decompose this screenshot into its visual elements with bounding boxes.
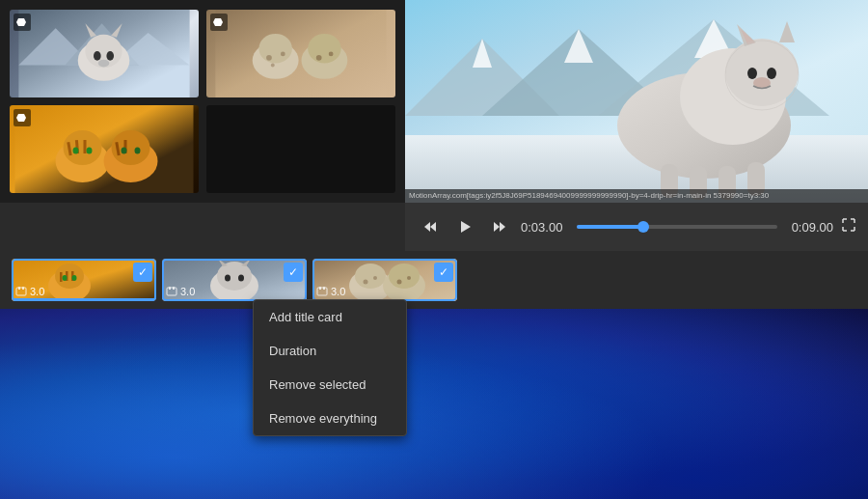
svg-point-10	[98, 60, 109, 68]
current-time: 0:03.00	[521, 220, 569, 235]
timeline-strip: ✓ 3.0	[0, 251, 868, 309]
clip-3-check: ✓	[434, 263, 453, 282]
svg-rect-12	[215, 10, 386, 97]
clip-3-label: 3.0	[316, 286, 345, 297]
svg-point-36	[135, 148, 141, 154]
rewind-button[interactable]	[417, 213, 444, 240]
svg-marker-64	[500, 222, 505, 232]
clip-1-underline	[12, 298, 156, 301]
clip-2-check: ✓	[284, 263, 303, 282]
svg-rect-97	[323, 287, 325, 290]
thumb-tiger-icon	[14, 109, 31, 126]
svg-point-18	[281, 52, 285, 57]
svg-point-8	[94, 51, 101, 61]
total-time: 0:09.00	[785, 220, 833, 235]
svg-point-16	[308, 34, 340, 64]
svg-rect-84	[169, 287, 171, 290]
svg-point-33	[73, 148, 79, 154]
svg-point-17	[266, 55, 272, 61]
thumb-leopard-icon	[210, 14, 228, 31]
video-panel: MotionArray.com[tags:iy2f5J8J69P51894694…	[405, 0, 868, 203]
timeline-clip-1[interactable]: ✓ 3.0	[12, 259, 156, 301]
svg-marker-63	[494, 222, 500, 232]
step-forward-button[interactable]	[486, 213, 513, 240]
clip-1-check: ✓	[133, 263, 152, 282]
fullscreen-button[interactable]	[841, 217, 856, 236]
svg-marker-11	[16, 18, 26, 26]
svg-rect-83	[167, 288, 176, 295]
clip-2-label: 3.0	[166, 286, 195, 297]
svg-marker-37	[16, 114, 26, 122]
media-panel	[0, 0, 405, 203]
context-menu-remove-everything[interactable]: Remove everything	[254, 402, 406, 435]
app-container: MotionArray.com[tags:iy2f5J8J69P51894694…	[0, 0, 868, 309]
svg-marker-61	[430, 222, 436, 232]
svg-rect-74	[18, 287, 20, 290]
svg-rect-30	[84, 140, 87, 153]
svg-point-53	[767, 68, 776, 79]
clip-1-label: 3.0	[15, 286, 44, 297]
video-preview: MotionArray.com[tags:iy2f5J8J69P51894694…	[405, 0, 868, 203]
svg-rect-73	[16, 288, 26, 295]
svg-point-9	[106, 51, 114, 61]
play-button[interactable]	[451, 213, 478, 240]
thumb-wolf-icon	[14, 14, 31, 31]
svg-point-20	[316, 55, 322, 61]
svg-marker-62	[461, 221, 471, 233]
svg-rect-96	[319, 287, 321, 290]
transport-bar: 0:03.00 0:09.00	[405, 203, 868, 251]
progress-thumb[interactable]	[637, 221, 649, 233]
svg-point-21	[329, 52, 334, 57]
svg-point-52	[747, 68, 757, 79]
thumbnail-wolf[interactable]	[10, 10, 199, 97]
video-caption: MotionArray.com[tags:iy2f5J8J69P51894694…	[405, 189, 868, 203]
timeline-clip-3[interactable]: ✓ 3.0	[312, 259, 457, 301]
progress-fill	[577, 225, 643, 229]
svg-marker-22	[213, 18, 223, 26]
svg-marker-60	[424, 222, 430, 232]
svg-rect-85	[173, 287, 175, 290]
wallpaper-swirl	[0, 287, 868, 499]
svg-point-48	[725, 39, 799, 106]
context-menu-remove-selected[interactable]: Remove selected	[254, 368, 406, 402]
svg-point-34	[87, 148, 93, 154]
svg-point-19	[271, 64, 275, 68]
thumbnail-snow-leopard[interactable]	[206, 10, 395, 97]
left-panel-bottom	[0, 203, 405, 251]
thumbnail-tiger[interactable]	[10, 105, 199, 193]
progress-track[interactable]	[577, 225, 777, 229]
svg-point-14	[258, 34, 291, 64]
svg-rect-75	[22, 287, 24, 290]
thumbnail-empty	[206, 105, 395, 193]
svg-point-35	[122, 148, 127, 154]
context-menu-duration[interactable]: Duration	[254, 334, 406, 368]
svg-rect-95	[317, 288, 327, 295]
context-menu-add-title-card[interactable]: Add title card	[254, 300, 406, 334]
context-menu: Add title card Duration Remove selected …	[253, 299, 407, 436]
timeline-clip-2[interactable]: ✓ 3.0	[162, 259, 307, 301]
wallpaper-background	[0, 287, 868, 499]
